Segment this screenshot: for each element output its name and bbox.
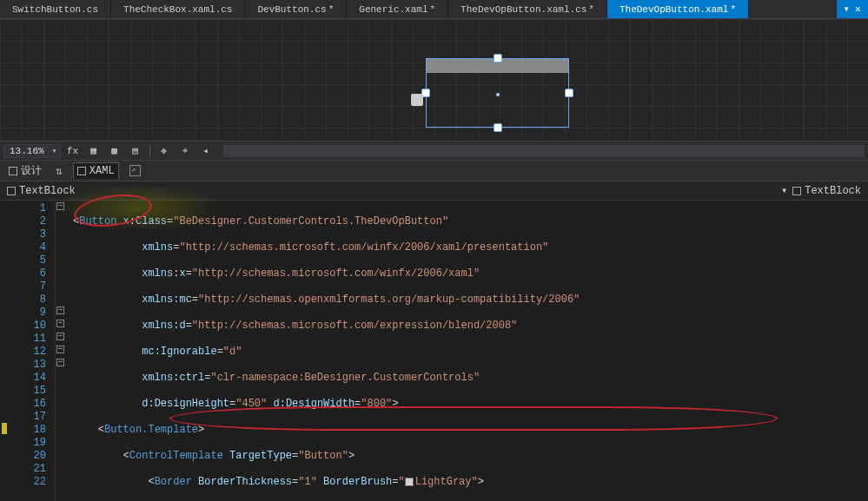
- toolbar-separator: [149, 145, 150, 157]
- tab-thedevop-xaml[interactable]: TheDevOpButton.xaml*: [607, 0, 749, 18]
- xaml-designer-surface[interactable]: [0, 19, 868, 142]
- element-icon: [792, 187, 801, 195]
- design-edge-icon[interactable]: [411, 94, 423, 106]
- zoom-combo[interactable]: 13.16%: [3, 144, 61, 158]
- breadcrumb-right[interactable]: TextBlock: [792, 185, 861, 197]
- tab-generic[interactable]: Generic.xaml*: [347, 0, 448, 18]
- xaml-tab-icon: [77, 167, 86, 175]
- line-number-gutter: 12345678910111213141516171819202122 − − …: [0, 201, 56, 501]
- fx-button[interactable]: fx: [64, 143, 82, 159]
- bookmark-marker[interactable]: [2, 423, 7, 434]
- tab-actions: ▾ ✕: [837, 0, 868, 18]
- tab-thecheckbox[interactable]: TheCheckBox.xaml.cs: [111, 0, 245, 18]
- split-pane-tabs: 设计 ⇅ XAML: [0, 161, 868, 181]
- resize-handle-right[interactable]: [565, 89, 573, 97]
- xaml-code-editor[interactable]: 12345678910111213141516171819202122 − − …: [0, 201, 868, 501]
- design-tab-icon: [9, 167, 17, 175]
- element-icon: [7, 187, 16, 195]
- design-center-dot: [496, 93, 500, 96]
- grid-toggle-1[interactable]: ▦: [85, 143, 103, 159]
- xaml-breadcrumb: TextBlock ▾ TextBlock: [0, 181, 868, 201]
- tab-switchbutton[interactable]: SwitchButton.cs: [0, 0, 111, 18]
- breadcrumb-left[interactable]: TextBlock: [7, 185, 76, 197]
- resize-handle-bottom[interactable]: [494, 123, 502, 132]
- design-pane-tab[interactable]: 设计: [5, 162, 45, 180]
- color-swatch-lightgray: [405, 478, 414, 486]
- tab-thedevop-cs[interactable]: TheDevOpButton.xaml.cs*: [448, 0, 607, 18]
- resize-handle-top[interactable]: [494, 54, 502, 63]
- popout-icon[interactable]: [129, 165, 141, 176]
- xaml-pane-tab[interactable]: XAML: [73, 162, 119, 179]
- designer-toolbar: 13.16% fx ▦ ▩ ▤ ✥ ⌖ ◂: [0, 142, 868, 161]
- horizontal-scrollbar[interactable]: [223, 145, 865, 157]
- document-tab-bar: SwitchButton.cs TheCheckBox.xaml.cs DevB…: [0, 0, 868, 19]
- pin-icon[interactable]: ▾: [844, 3, 850, 16]
- grid-toggle-2[interactable]: ▩: [106, 143, 123, 159]
- code-content[interactable]: <Button x:Class="BeDesigner.CustomerCont…: [56, 201, 868, 501]
- scroll-left-icon[interactable]: ◂: [197, 143, 215, 159]
- snap-tool[interactable]: ⌖: [176, 143, 194, 159]
- grid-toggle-3[interactable]: ▤: [127, 143, 144, 159]
- design-selected-element[interactable]: [426, 58, 569, 128]
- close-icon[interactable]: ✕: [855, 3, 861, 16]
- move-tool[interactable]: ✥: [156, 143, 173, 159]
- breadcrumb-dropdown-icon[interactable]: ▾: [781, 184, 787, 197]
- tab-devbutton[interactable]: DevButton.cs*: [245, 0, 347, 18]
- swap-panes-icon[interactable]: ⇅: [56, 164, 63, 178]
